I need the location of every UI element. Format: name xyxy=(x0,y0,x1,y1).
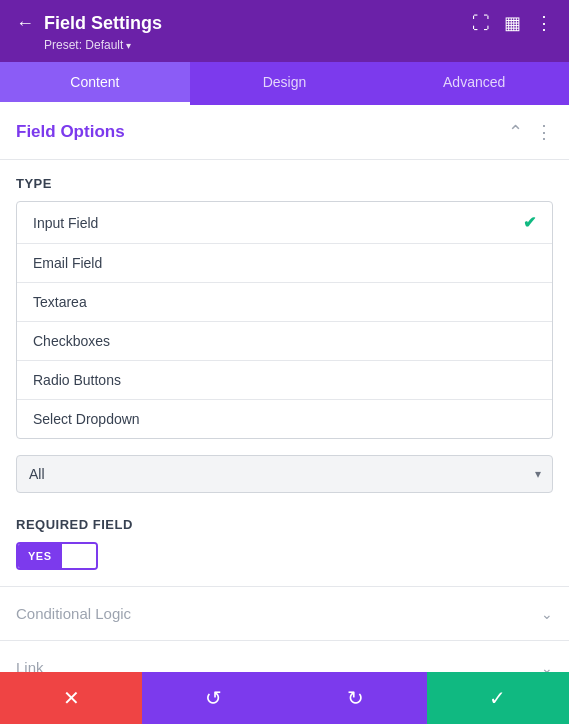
type-option-input-field[interactable]: Input Field ✔ xyxy=(17,202,552,244)
more-options-icon[interactable]: ⋮ xyxy=(535,12,553,34)
type-option-email-field[interactable]: Email Field xyxy=(17,244,552,283)
section-header-icons: ⌃ ⋮ xyxy=(508,121,553,143)
header: ← Field Settings ⛶ ▦ ⋮ Preset: Default xyxy=(0,0,569,62)
toggle-yes: YES xyxy=(18,544,62,568)
type-label: Type xyxy=(16,176,553,191)
header-icons: ⛶ ▦ ⋮ xyxy=(472,12,553,34)
required-field-label: Required Field xyxy=(16,517,553,532)
conditional-logic-title: Conditional Logic xyxy=(16,605,131,622)
redo-button[interactable]: ↻ xyxy=(285,672,427,724)
type-option-checkboxes-label: Checkboxes xyxy=(33,333,110,349)
expand-icon[interactable]: ⛶ xyxy=(472,13,490,34)
toggle-no xyxy=(62,544,96,568)
redo-icon: ↻ xyxy=(347,686,364,710)
section-title: Field Options xyxy=(16,122,125,142)
accordion-conditional-logic[interactable]: Conditional Logic ⌄ xyxy=(0,586,569,640)
confirm-icon: ✓ xyxy=(489,686,506,710)
toggle-wrapper: YES xyxy=(16,542,553,570)
undo-icon: ↺ xyxy=(205,686,222,710)
type-option-checkboxes[interactable]: Checkboxes xyxy=(17,322,552,361)
main-content: Field Options ⌃ ⋮ Type Input Field ✔ Ema… xyxy=(0,105,569,724)
type-option-textarea-label: Textarea xyxy=(33,294,87,310)
field-content: Type Input Field ✔ Email Field Textarea … xyxy=(0,160,569,586)
type-dropdown: Input Field ✔ Email Field Textarea Check… xyxy=(16,201,553,439)
filter-select[interactable]: All Basic Advanced xyxy=(16,455,553,493)
type-option-radio-buttons-label: Radio Buttons xyxy=(33,372,121,388)
tabs: Content Design Advanced xyxy=(0,62,569,105)
type-option-select-dropdown-label: Select Dropdown xyxy=(33,411,140,427)
type-option-input-field-label: Input Field xyxy=(33,215,98,231)
type-option-radio-buttons[interactable]: Radio Buttons xyxy=(17,361,552,400)
type-option-textarea[interactable]: Textarea xyxy=(17,283,552,322)
preset-label[interactable]: Preset: Default xyxy=(16,34,553,62)
undo-button[interactable]: ↺ xyxy=(142,672,284,724)
collapse-icon[interactable]: ⌃ xyxy=(508,121,523,143)
section-more-icon[interactable]: ⋮ xyxy=(535,121,553,143)
back-icon[interactable]: ← xyxy=(16,13,34,34)
confirm-button[interactable]: ✓ xyxy=(427,672,569,724)
tab-advanced[interactable]: Advanced xyxy=(379,62,569,105)
tab-design[interactable]: Design xyxy=(190,62,380,105)
section-header: Field Options ⌃ ⋮ xyxy=(0,105,569,160)
page-title: Field Settings xyxy=(44,13,162,34)
bottom-toolbar: ✕ ↺ ↻ ✓ xyxy=(0,672,569,724)
tab-content[interactable]: Content xyxy=(0,62,190,105)
header-top: ← Field Settings ⛶ ▦ ⋮ xyxy=(16,12,553,34)
cancel-button[interactable]: ✕ xyxy=(0,672,142,724)
header-title-group: ← Field Settings xyxy=(16,13,162,34)
required-field-toggle[interactable]: YES xyxy=(16,542,98,570)
type-option-email-field-label: Email Field xyxy=(33,255,102,271)
chevron-down-icon: ⌄ xyxy=(541,606,553,622)
columns-icon[interactable]: ▦ xyxy=(504,12,521,34)
selected-check-icon: ✔ xyxy=(523,213,536,232)
cancel-icon: ✕ xyxy=(63,686,80,710)
filter-select-wrapper: All Basic Advanced ▾ xyxy=(16,455,553,493)
type-option-select-dropdown[interactable]: Select Dropdown xyxy=(17,400,552,438)
